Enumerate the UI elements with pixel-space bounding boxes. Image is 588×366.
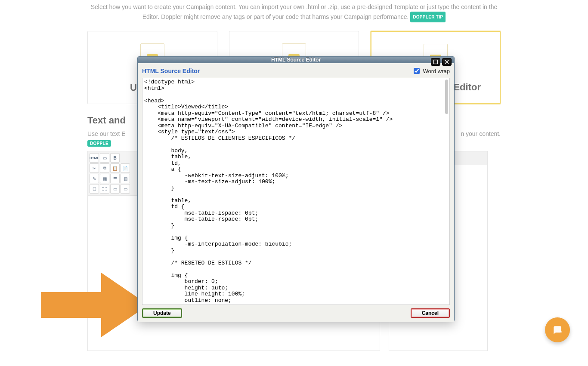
html-source-editor-modal: HTML Source Editor HTML Source Editor Wo…	[137, 56, 455, 322]
code-content: <!doctype html> <html> <head> <title>Vie…	[144, 79, 393, 304]
edit-icon[interactable]: ✎	[90, 174, 99, 183]
intro-text: Select how you want to create your Campa…	[0, 3, 588, 22]
chat-fab[interactable]	[545, 317, 570, 342]
cancel-button[interactable]: Cancel	[411, 308, 450, 318]
doppler-tip-badge: DOPPLER TIP	[410, 12, 446, 22]
paste-icon[interactable]: 📋	[110, 163, 120, 173]
newdoc-icon[interactable]: ☐	[90, 184, 99, 194]
modal-header-title: HTML Source Editor	[142, 68, 200, 74]
maximize-button[interactable]	[431, 58, 440, 66]
media-icon[interactable]: ▭	[121, 184, 130, 194]
row-icon[interactable]: ☰	[110, 174, 120, 183]
wordwrap-toggle[interactable]: Word wrap	[412, 67, 450, 75]
maximize-icon	[433, 59, 438, 65]
fullscreen-icon[interactable]: ⛶	[100, 184, 109, 194]
cancel-button-label: Cancel	[422, 310, 439, 316]
copy-icon[interactable]: ⧉	[100, 163, 109, 173]
image-icon[interactable]: ▭	[110, 184, 120, 194]
wordwrap-checkbox[interactable]	[414, 68, 420, 74]
modal-titlebar[interactable]: HTML Source Editor	[138, 57, 454, 63]
editor-intro-right: n your content.	[461, 130, 501, 137]
update-button-label: Update	[153, 310, 171, 316]
col-icon[interactable]: ▥	[121, 174, 130, 183]
paste-text-icon[interactable]: 📄	[121, 163, 130, 173]
html-button-icon[interactable]: HTML	[90, 153, 99, 163]
svg-rect-1	[434, 60, 438, 64]
wordwrap-label: Word wrap	[423, 68, 450, 74]
close-button[interactable]	[442, 58, 452, 66]
scrollbar-thumb[interactable]	[445, 80, 448, 114]
bold-icon[interactable]: B	[110, 153, 120, 163]
editor-tip-badge: DOPPLE	[87, 140, 111, 147]
chat-icon	[552, 324, 563, 335]
update-button[interactable]: Update	[142, 308, 182, 318]
editor-intro-left: Use our text E	[87, 130, 126, 137]
source-code-textarea[interactable]: <!doctype html> <html> <head> <title>Vie…	[142, 78, 450, 305]
layout-icon[interactable]: ▭	[100, 153, 109, 163]
modal-titlebar-text: HTML Source Editor	[271, 57, 321, 63]
close-icon	[444, 59, 449, 65]
cut-icon[interactable]: ✂	[90, 163, 99, 173]
table-icon[interactable]: ▦	[100, 174, 109, 183]
